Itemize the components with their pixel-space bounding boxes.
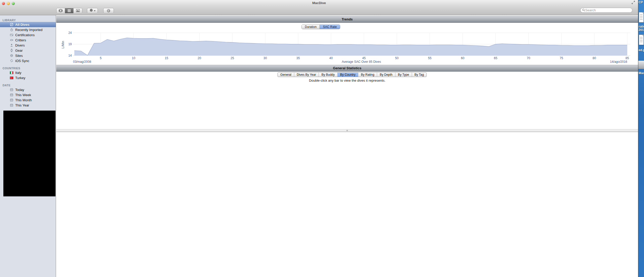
person-icon xyxy=(10,43,14,47)
view-mode-segmented-control xyxy=(56,8,82,13)
y-tick-label: 19 xyxy=(68,42,72,46)
tab-by-depth[interactable]: By Depth xyxy=(377,73,395,77)
sidebar: LIBRARYAll DivesRecently ImportedCertifi… xyxy=(0,15,56,277)
general-statistics-title: General Statistics xyxy=(333,66,361,70)
sidebar-item-this-year[interactable]: This Year xyxy=(0,103,56,108)
x-tick-label: 35 xyxy=(296,56,300,60)
sidebar-item-certifications[interactable]: Certifications xyxy=(0,32,56,37)
sidebar-item-divers[interactable]: Divers xyxy=(0,43,56,48)
tab-by-type[interactable]: By Type xyxy=(395,73,412,77)
x-tick-label: 65 xyxy=(494,56,497,60)
x-tick-label: 30 xyxy=(264,56,267,60)
sidebar-item-label: This Year xyxy=(15,103,29,107)
sidebar-item-critters[interactable]: Critters xyxy=(0,37,56,43)
sidebar-item-ios-sync[interactable]: iOS Sync xyxy=(0,58,56,63)
sidebar-item-label: Gear xyxy=(15,49,23,52)
sidebar-item-label: Certifications xyxy=(15,33,35,37)
info-icon: i xyxy=(107,9,110,12)
watch-icon xyxy=(10,48,14,52)
dive-log-icon xyxy=(10,22,14,27)
tab-by-tag[interactable]: By Tag xyxy=(412,73,426,77)
sidebar-item-label: iOS Sync xyxy=(15,59,29,63)
x-tick-label: 75 xyxy=(560,56,563,60)
desktop-file-label: ed.p xyxy=(639,48,644,52)
trends-title: Trends xyxy=(342,17,353,21)
desktop-file-label: 2015 xyxy=(639,28,644,32)
window-title: MacDive xyxy=(0,1,638,5)
sidebar-item-recently-imported[interactable]: Recently Imported xyxy=(0,27,56,32)
sidebar-section-title: COUNTRIES xyxy=(3,67,56,70)
sidebar-item-italy[interactable]: Italy xyxy=(0,70,56,75)
calendar-icon xyxy=(10,93,14,97)
document-icon[interactable] xyxy=(639,12,644,22)
chevron-down-icon xyxy=(94,10,96,11)
horizontal-splitter[interactable] xyxy=(56,129,638,132)
coverflow-view-button[interactable] xyxy=(57,8,65,13)
calendar-icon xyxy=(10,88,14,92)
segment-sac-rate[interactable]: SAC Rate xyxy=(320,25,340,29)
x-tick-label: 40 xyxy=(329,56,333,60)
fullscreen-icon[interactable] xyxy=(631,1,635,4)
info-button[interactable]: i xyxy=(103,8,114,13)
sidebar-item-this-month[interactable]: This Month xyxy=(0,97,56,103)
x-tick-label: 45 xyxy=(362,56,366,60)
sidebar-item-label: Turkey xyxy=(15,76,25,80)
sidebar-item-sites[interactable]: Sites xyxy=(0,53,56,58)
sidebar-section-title: DATE xyxy=(3,84,56,87)
search-icon xyxy=(582,8,585,13)
sidebar-item-label: Recently Imported xyxy=(15,28,43,32)
sidebar-empty-panel xyxy=(3,111,55,196)
sidebar-item-label: Today xyxy=(15,88,24,92)
search-field[interactable] xyxy=(580,8,632,13)
sidebar-item-gear[interactable]: Gear xyxy=(0,48,56,53)
titlebar-toolbar: MacDive xyxy=(0,0,638,15)
trends-segmented-control: DurationSAC Rate xyxy=(301,25,340,29)
list-icon xyxy=(67,9,71,13)
document-icon[interactable] xyxy=(639,35,644,45)
background-window-edge xyxy=(638,61,644,69)
flag-turkey-icon xyxy=(10,76,14,80)
sidebar-item-today[interactable]: Today xyxy=(0,87,56,92)
tab-by-rating[interactable]: By Rating xyxy=(358,73,377,77)
tab-by-buddy[interactable]: By Buddy xyxy=(319,73,337,77)
x-tick-label: 60 xyxy=(461,56,465,60)
x-start-date-label: 03/mag/2008 xyxy=(73,60,91,64)
x-end-date-label: 14/ago/2016 xyxy=(610,60,627,64)
x-tick-label: 5 xyxy=(100,56,102,60)
calendar-icon xyxy=(10,103,14,107)
x-tick-label: 55 xyxy=(428,56,432,60)
bar-chart-icon xyxy=(76,9,80,13)
stopwatch-icon xyxy=(10,28,14,32)
sac-rate-area-chart[interactable]: 1419245101520253035404550556065707580850… xyxy=(59,30,638,66)
sidebar-item-this-week[interactable]: This Week xyxy=(0,92,56,97)
tab-by-country[interactable]: By Country xyxy=(338,73,358,77)
globe-icon xyxy=(10,53,14,58)
sidebar-section-title: LIBRARY xyxy=(3,19,56,22)
tab-dives-by-year[interactable]: Dives By Year xyxy=(294,73,319,77)
sidebar-item-label: Divers xyxy=(15,43,25,47)
certification-card-icon xyxy=(10,33,14,37)
desktop-file-label: ratio xyxy=(639,25,644,28)
x-tick-label: 50 xyxy=(395,56,399,60)
segment-duration[interactable]: Duration xyxy=(302,25,320,29)
sidebar-item-turkey[interactable]: Turkey xyxy=(0,75,56,80)
desktop-file-label: Macd xyxy=(639,71,644,75)
fish-icon xyxy=(10,38,14,42)
splitter-handle-icon xyxy=(346,130,348,132)
sidebar-item-all-dives[interactable]: All Dives xyxy=(0,22,56,27)
x-tick-label: 85 xyxy=(625,56,629,60)
stats-view-button[interactable] xyxy=(74,8,82,13)
x-tick-label: 20 xyxy=(198,56,201,60)
sidebar-item-label: This Week xyxy=(15,93,31,97)
desktop-background: CP ratio 2015 ed.p Macd xyxy=(638,0,644,277)
sidebar-item-label: This Month xyxy=(15,98,32,102)
search-input[interactable] xyxy=(585,8,631,12)
trends-header: Trends xyxy=(56,16,638,23)
x-tick-label: 10 xyxy=(132,56,136,60)
tab-general[interactable]: General xyxy=(278,73,294,77)
actions-menu-button[interactable] xyxy=(87,8,98,13)
general-statistics-header: General Statistics xyxy=(56,65,638,72)
x-tick-label: 25 xyxy=(230,56,234,60)
calendar-icon xyxy=(10,98,14,102)
list-view-button[interactable] xyxy=(65,8,74,13)
